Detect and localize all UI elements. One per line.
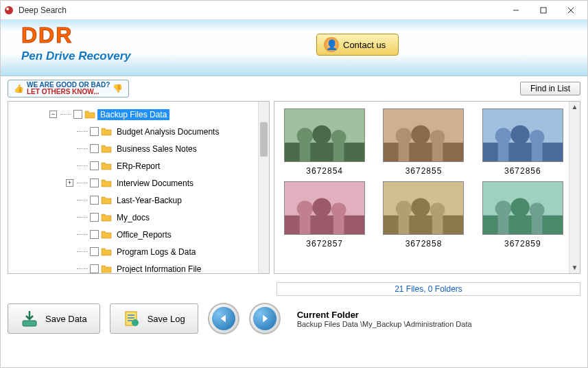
svg-rect-53 bbox=[532, 216, 543, 234]
tree-item[interactable]: My_docs bbox=[8, 209, 269, 226]
svg-point-10 bbox=[331, 130, 346, 144]
save-log-button[interactable]: Save Log bbox=[110, 303, 198, 334]
svg-rect-51 bbox=[497, 216, 508, 234]
bottom-toolbar: Save Data Save Log Current Folder Backup… bbox=[1, 296, 587, 341]
close-button[interactable] bbox=[557, 1, 585, 19]
tree-item[interactable]: Business Sales Notes bbox=[8, 140, 269, 157]
thumbnail-item[interactable]: 3672857 bbox=[281, 181, 368, 249]
tree-item[interactable]: Office_Reports bbox=[8, 226, 269, 243]
svg-point-9 bbox=[312, 125, 331, 143]
thumbnail-item[interactable]: 3672855 bbox=[380, 108, 467, 176]
thumbnail-item[interactable]: 3672859 bbox=[480, 181, 566, 249]
thumbnail-image bbox=[284, 181, 365, 235]
save-data-button[interactable]: Save Data bbox=[8, 303, 100, 334]
tree-item-label: Program Logs & Data bbox=[114, 246, 198, 257]
svg-point-48 bbox=[495, 200, 512, 216]
thumbnail-item[interactable]: 3672854 bbox=[281, 108, 368, 176]
svg-rect-44 bbox=[415, 216, 427, 234]
titlebar: Deep Search bbox=[1, 1, 587, 20]
save-log-label: Save Log bbox=[148, 314, 185, 324]
thumbnail-filename: 3672855 bbox=[380, 166, 467, 176]
thumbnail-item[interactable]: 3672858 bbox=[380, 181, 467, 249]
folder-icon bbox=[101, 161, 112, 170]
svg-rect-27 bbox=[497, 143, 508, 161]
logo-text: DDR bbox=[21, 20, 73, 48]
svg-rect-20 bbox=[415, 143, 427, 161]
thumbnail-item[interactable]: 3672856 bbox=[480, 108, 566, 176]
current-folder-path: Backup Files Data \My_Backup \Administra… bbox=[297, 320, 574, 328]
tree-checkbox[interactable] bbox=[90, 179, 99, 187]
tree-item[interactable]: ERp-Report bbox=[8, 157, 269, 174]
svg-point-17 bbox=[412, 125, 431, 143]
svg-point-26 bbox=[530, 130, 545, 144]
svg-point-40 bbox=[396, 200, 412, 216]
tree-checkbox[interactable] bbox=[90, 127, 99, 136]
tree-checkbox[interactable] bbox=[90, 247, 99, 256]
product-name: Pen Drive Recovery bbox=[21, 49, 587, 63]
thumbnail-image bbox=[284, 108, 365, 162]
collapse-icon[interactable]: − bbox=[49, 111, 57, 118]
svg-point-18 bbox=[430, 130, 445, 144]
svg-point-16 bbox=[396, 128, 412, 143]
svg-rect-36 bbox=[316, 216, 328, 234]
current-folder-heading: Current Folder bbox=[297, 310, 574, 320]
svg-point-0 bbox=[5, 6, 13, 14]
tree-scrollbar[interactable] bbox=[258, 102, 269, 273]
tree-item-label: Business Sales Notes bbox=[114, 143, 200, 154]
tree-item[interactable]: Program Logs & Data bbox=[8, 243, 269, 260]
tree-item[interactable]: Last-Year-Backup bbox=[8, 192, 269, 209]
folder-icon bbox=[101, 213, 112, 222]
tree-checkbox[interactable] bbox=[73, 110, 82, 119]
arrow-left-icon bbox=[219, 314, 228, 323]
tree-checkbox[interactable] bbox=[90, 144, 99, 153]
svg-point-25 bbox=[510, 125, 530, 143]
tree-item[interactable]: −Backup Files Data bbox=[8, 106, 269, 123]
tree-item-label: Office_Reports bbox=[114, 229, 174, 240]
current-folder-box: Current Folder Backup Files Data \My_Bac… bbox=[290, 307, 580, 331]
svg-rect-43 bbox=[399, 216, 410, 234]
tree-checkbox[interactable] bbox=[90, 196, 99, 205]
tree-checkbox[interactable] bbox=[90, 230, 99, 239]
feedback-line2: LET OTHERS KNOW... bbox=[27, 89, 110, 95]
thumbnail-filename: 3672858 bbox=[380, 239, 467, 249]
folder-icon bbox=[101, 196, 112, 205]
nav-back-button[interactable] bbox=[208, 303, 239, 334]
thumbnails-panel: 3672854367285536728563672857367285836728… bbox=[274, 101, 580, 274]
header-banner: DDR Pen Drive Recovery 👤 Contact us bbox=[1, 20, 587, 76]
scroll-up-icon[interactable]: ▲ bbox=[569, 102, 580, 113]
thumb-up-icon: 👍 bbox=[14, 84, 24, 93]
folder-icon bbox=[101, 247, 112, 256]
save-data-icon bbox=[21, 310, 38, 327]
tree-item-label: Last-Year-Backup bbox=[114, 195, 185, 206]
expand-icon[interactable]: + bbox=[66, 179, 73, 187]
svg-point-8 bbox=[297, 128, 314, 143]
scroll-down-icon[interactable]: ▼ bbox=[569, 262, 580, 273]
maximize-button[interactable] bbox=[530, 1, 557, 19]
tree-checkbox[interactable] bbox=[90, 264, 99, 273]
main-area: −Backup Files DataBudget Analysis Docume… bbox=[1, 101, 587, 281]
tree-checkbox[interactable] bbox=[90, 213, 99, 222]
thumbnail-filename: 3672859 bbox=[480, 239, 566, 249]
contact-us-button[interactable]: 👤 Contact us bbox=[316, 34, 399, 56]
tree-item-label: Interview Documents bbox=[114, 178, 196, 189]
tree-item[interactable]: Budget Analysis Documents bbox=[8, 123, 269, 140]
folder-icon bbox=[84, 110, 95, 119]
folder-icon bbox=[101, 144, 112, 153]
thumbs-scrollbar[interactable]: ▲ ▼ bbox=[569, 102, 580, 273]
feedback-badge[interactable]: 👍 WE ARE GOOD OR BAD? LET OTHERS KNOW...… bbox=[8, 80, 129, 97]
folder-icon bbox=[101, 127, 112, 136]
app-icon bbox=[3, 5, 14, 16]
tree-item[interactable]: +Interview Documents bbox=[8, 174, 269, 192]
contact-label: Contact us bbox=[343, 40, 386, 50]
svg-rect-45 bbox=[432, 216, 443, 234]
svg-point-49 bbox=[510, 198, 530, 216]
nav-forward-button[interactable] bbox=[249, 303, 281, 334]
tree-checkbox[interactable] bbox=[90, 161, 99, 170]
tree-item[interactable]: Project Information File bbox=[8, 260, 269, 274]
find-in-list-button[interactable]: Find in List bbox=[520, 82, 580, 95]
tree-item-label: Budget Analysis Documents bbox=[114, 126, 222, 137]
svg-point-50 bbox=[530, 203, 545, 217]
svg-rect-11 bbox=[300, 143, 311, 161]
thumbnail-filename: 3672857 bbox=[281, 239, 368, 249]
minimize-button[interactable] bbox=[502, 1, 530, 19]
